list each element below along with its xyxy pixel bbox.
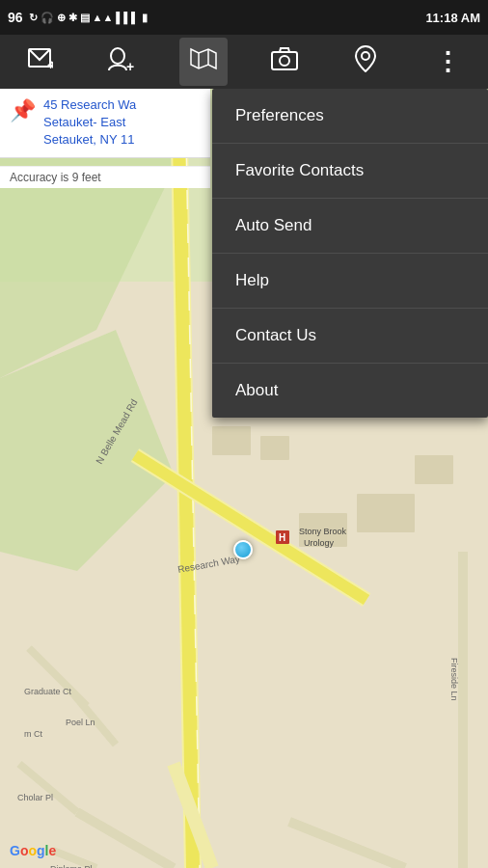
menu-item-about[interactable]: About [212, 364, 488, 418]
svg-point-10 [280, 56, 289, 66]
address-line-1: 45 Research Wa [43, 96, 136, 114]
map-button[interactable] [179, 38, 228, 86]
bluetooth-icon: ✱ [68, 12, 77, 24]
menu-item-contact-us[interactable]: Contact Us [212, 309, 488, 364]
more-icon: ⋮ [435, 49, 460, 74]
svg-rect-18 [260, 436, 289, 460]
add-contact-icon: + [108, 46, 135, 77]
svg-rect-21 [415, 455, 453, 484]
svg-text:Diploma Pl: Diploma Pl [50, 864, 93, 868]
svg-point-11 [362, 52, 369, 60]
svg-point-4 [111, 48, 124, 64]
location-pin-icon [355, 45, 376, 78]
camera-icon [271, 47, 298, 76]
toolbar: + + [0, 35, 488, 89]
gps-icon: ⊕ [57, 12, 66, 24]
svg-text:m Ct: m Ct [24, 729, 42, 739]
svg-text:+: + [126, 59, 134, 71]
menu-item-auto-send[interactable]: Auto Send [212, 199, 488, 254]
svg-rect-9 [272, 52, 297, 69]
compose-email-icon: + [28, 48, 53, 75]
svg-text:Fireside Ln: Fireside Ln [449, 658, 459, 701]
more-options-button[interactable]: ⋮ [423, 38, 472, 86]
location-button[interactable] [341, 38, 390, 86]
wifi-icon: ▲▲ [93, 12, 114, 23]
map-container[interactable]: H N Belle Mead Rd Research Way Stony Bro… [0, 89, 488, 868]
accuracy-text: Accuracy is 9 feet [10, 171, 101, 184]
menu-item-help[interactable]: Help [212, 254, 488, 309]
svg-text:Poel Ln: Poel Ln [66, 718, 95, 727]
sim-icon: ▤ [80, 12, 90, 24]
current-time: 11:18 AM [425, 11, 480, 25]
address-line-3: Setauket, NY 11 [43, 131, 136, 149]
map-icon [190, 47, 217, 76]
menu-item-favorite-contacts[interactable]: Favorite Contacts [212, 144, 488, 199]
svg-rect-17 [212, 426, 251, 455]
svg-text:+: + [47, 59, 53, 69]
google-logo: Google [10, 843, 56, 858]
address-line-2: Setauket- East [43, 114, 136, 131]
svg-text:Urology: Urology [304, 538, 335, 548]
status-bar: 96 ↻ 🎧 ⊕ ✱ ▤ ▲▲ ▌▌▌ ▮ 11:18 AM [0, 0, 488, 35]
menu-item-preferences[interactable]: Preferences [212, 89, 488, 144]
headset-icon: 🎧 [41, 12, 54, 24]
signal-bars: ▌▌▌ [116, 12, 138, 23]
add-contact-button[interactable]: + [97, 38, 146, 86]
svg-marker-6 [191, 49, 216, 68]
svg-rect-20 [357, 494, 415, 532]
accuracy-bar: Accuracy is 9 feet [0, 166, 210, 188]
svg-text:Graduate Ct: Graduate Ct [24, 687, 72, 696]
location-card: 📌 45 Research Wa Setauket- East Setauket… [0, 89, 210, 158]
sync-icon: ↻ [29, 12, 38, 24]
compose-email-button[interactable]: + [16, 38, 65, 86]
dropdown-menu: Preferences Favorite Contacts Auto Send … [212, 89, 488, 418]
svg-text:H: H [279, 532, 285, 543]
camera-button[interactable] [260, 38, 309, 86]
battery-icon: ▮ [142, 12, 148, 24]
map-pin-icon: 📌 [10, 98, 36, 123]
svg-text:Cholar Pl: Cholar Pl [17, 793, 53, 802]
current-location-marker [233, 540, 253, 559]
svg-text:Stony Brook: Stony Brook [299, 527, 347, 536]
signal-strength: 96 [8, 10, 23, 25]
